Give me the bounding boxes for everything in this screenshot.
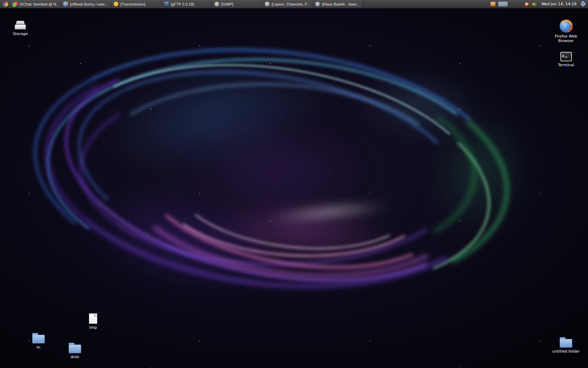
taskbar-button-transmission[interactable]: [Transmission] bbox=[111, 0, 162, 8]
starfield-foreground bbox=[0, 0, 588, 368]
taskbar-button-firefox[interactable]: [offbeat (funny / weir... bbox=[61, 0, 111, 8]
galaxy-arc bbox=[22, 26, 524, 317]
panel-spacer bbox=[363, 0, 488, 8]
desktop-icon-label: untitled folder bbox=[552, 349, 580, 354]
gimp-icon bbox=[214, 1, 219, 7]
volume-icon[interactable] bbox=[532, 1, 537, 7]
taskbar-button-gimp-layers[interactable]: [Layers, Channels, P... bbox=[262, 0, 313, 8]
galaxy-glow-cyan-right bbox=[327, 48, 513, 162]
desktop-icon-terminal[interactable]: Terminal bbox=[551, 52, 581, 68]
desktop-icon-label: Storage bbox=[13, 32, 28, 36]
clock[interactable]: Wed Jan 14, 14:19 bbox=[540, 2, 578, 6]
desktop-icon-drek[interactable]: drek bbox=[60, 342, 90, 360]
gimp-dialog-icon bbox=[265, 1, 270, 7]
media-player-icon bbox=[315, 1, 320, 7]
galaxy-arc bbox=[170, 129, 421, 260]
galaxy-arc bbox=[49, 39, 498, 305]
galaxy-arc bbox=[63, 43, 483, 301]
drive-icon bbox=[14, 20, 27, 30]
desktop-icon-firefox[interactable]: Firefox Web Browser bbox=[551, 20, 581, 43]
galaxy-arc bbox=[78, 75, 467, 268]
desktop-icon-label: Terminal bbox=[558, 63, 574, 68]
desktop-icon-untitled-folder[interactable]: untitled folder bbox=[551, 336, 581, 354]
galaxy-arc bbox=[41, 48, 505, 296]
taskbar-label: [Transmission] bbox=[120, 2, 145, 6]
applications-menu-button[interactable] bbox=[0, 0, 10, 8]
terminal-icon bbox=[560, 52, 572, 61]
taskbar-label: [Layers, Channels, P... bbox=[272, 2, 310, 6]
top-panel: [XChat: brentaal @ N... [offbeat (funny … bbox=[0, 0, 588, 8]
desktop-icon-label: drek bbox=[71, 355, 79, 360]
desktop-icon-label: sc bbox=[36, 345, 41, 350]
folder-icon bbox=[560, 339, 572, 348]
desktop-screen: [XChat: brentaal @ N... [offbeat (funny … bbox=[0, 0, 588, 368]
taskbar-button-xchat[interactable]: [XChat: brentaal @ N... bbox=[10, 0, 61, 8]
download-status-icon[interactable] bbox=[580, 1, 586, 7]
xchat-icon bbox=[13, 1, 18, 7]
galaxy-arc bbox=[26, 29, 520, 314]
taskbar-label: [offbeat (funny / weir... bbox=[70, 2, 108, 6]
taskbar-label: [GIMP] bbox=[221, 2, 233, 6]
taskbar: [XChat: brentaal @ N... [offbeat (funny … bbox=[10, 0, 363, 8]
galaxy-arc bbox=[117, 96, 475, 293]
taskbar-button-gimp[interactable]: [GIMP] bbox=[212, 0, 262, 8]
galaxy-arc bbox=[132, 101, 460, 288]
document-icon bbox=[89, 313, 97, 324]
firefox-icon bbox=[63, 1, 68, 7]
galaxy-glow-cyan bbox=[48, 15, 379, 216]
galaxy-arc bbox=[35, 35, 512, 309]
galaxy-glow-purple bbox=[35, 148, 336, 336]
starfield bbox=[0, 0, 588, 368]
workspace-pager[interactable] bbox=[498, 1, 508, 7]
galaxy-arc bbox=[155, 126, 436, 264]
desktop-icon-storage[interactable]: Storage bbox=[6, 20, 35, 36]
galaxy-glow-pink bbox=[173, 180, 430, 282]
taskbar-button-media-player[interactable]: [Klaus Badelt - Swor... bbox=[313, 0, 363, 8]
tray-app-icon[interactable] bbox=[524, 2, 529, 7]
desktop-icon-label: tmp bbox=[89, 326, 97, 330]
applications-menu-icon bbox=[2, 1, 8, 7]
system-tray: Wed Jan 14, 14:19 bbox=[488, 0, 588, 8]
folder-icon bbox=[32, 335, 45, 343]
desktop-icon-tmp[interactable]: tmp bbox=[78, 313, 108, 330]
galaxy-arc bbox=[47, 30, 500, 314]
taskbar-label: [gFTP 2.0.18] bbox=[171, 2, 194, 6]
taskbar-label: [Klaus Badelt - Swor... bbox=[322, 2, 360, 6]
galaxy-arc bbox=[37, 23, 510, 320]
galaxy-core-tint bbox=[164, 116, 388, 228]
desktop-icon-sc[interactable]: sc bbox=[24, 332, 53, 350]
taskbar-button-gftp[interactable]: [gFTP 2.0.18] bbox=[162, 0, 212, 8]
folder-icon bbox=[69, 345, 81, 353]
transmission-icon bbox=[113, 1, 119, 7]
galaxy-arc bbox=[90, 77, 457, 266]
firefox-icon bbox=[560, 20, 573, 33]
gftp-icon bbox=[164, 1, 169, 7]
galaxy-bright-streak bbox=[244, 193, 414, 231]
desktop-icon-label: Firefox Web Browser bbox=[551, 34, 581, 43]
taskbar-label: [XChat: brentaal @ N... bbox=[20, 2, 58, 6]
package-updates-icon[interactable] bbox=[490, 2, 496, 6]
galaxy-arc bbox=[69, 70, 477, 273]
galaxy-glow-green bbox=[399, 74, 560, 270]
